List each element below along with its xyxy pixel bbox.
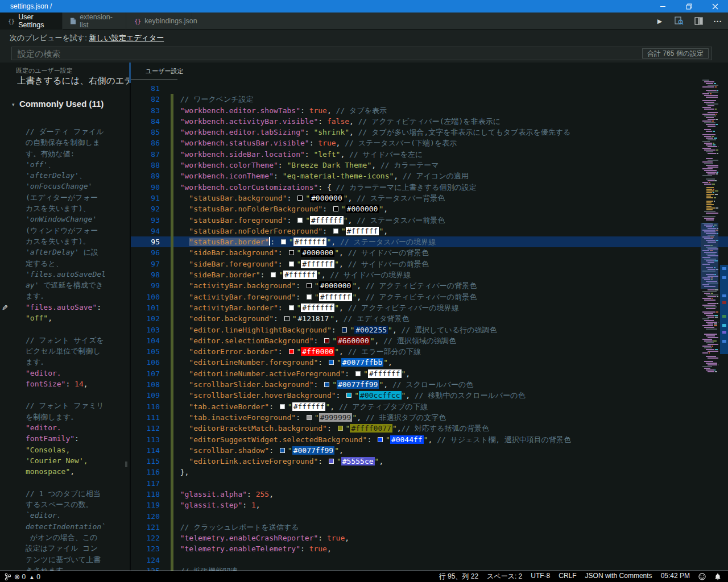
line-number[interactable]: 104: [131, 335, 160, 346]
default-setting-line[interactable]: // 1 つのタブに相当: [26, 488, 130, 499]
code-line[interactable]: 113 "editorSuggestWidget.selectedBackgro…: [131, 434, 728, 445]
color-swatch[interactable]: [307, 283, 312, 288]
default-setting-line[interactable]: (エディターがフォー: [26, 192, 130, 203]
default-setting-line[interactable]: // フォント ファミリ: [26, 400, 130, 411]
color-swatch[interactable]: [338, 426, 343, 431]
color-swatch[interactable]: [280, 404, 285, 409]
line-number[interactable]: 94: [131, 226, 160, 236]
code-line[interactable]: 81: [131, 83, 728, 94]
code-line[interactable]: 85 "workbench.editor.tabSizing": "shrink…: [131, 127, 728, 138]
code-line[interactable]: 116 },: [131, 467, 728, 477]
code-line[interactable]: 120: [131, 511, 728, 522]
default-setting-line[interactable]: ます。: [26, 290, 130, 301]
line-number[interactable]: 107: [131, 368, 160, 379]
default-setting-line[interactable]: "Consolas,: [26, 444, 130, 455]
status-item[interactable]: JSON with Comments: [585, 572, 652, 581]
errors-indicator[interactable]: ⊗ 0: [14, 573, 26, 581]
code-line[interactable]: 124: [131, 555, 728, 566]
default-setting-line[interactable]: // フォント サイズを: [26, 335, 130, 346]
line-number[interactable]: 86: [131, 138, 160, 148]
minimize-button[interactable]: [650, 0, 676, 13]
default-setting-line[interactable]: [26, 477, 130, 488]
code-line[interactable]: 82 // ワークベンチ設定: [131, 94, 728, 105]
line-number[interactable]: 101: [131, 302, 160, 313]
color-swatch[interactable]: [355, 371, 361, 376]
line-number[interactable]: 85: [131, 127, 160, 138]
default-setting-line[interactable]: // ダーティ ファイル: [26, 126, 130, 137]
tab-keybindings[interactable]: {} keybindings.json: [126, 13, 192, 30]
code-line[interactable]: 118 "glassit.alpha": 255,: [131, 489, 728, 500]
default-setting-line[interactable]: テンツに基づいて上書: [26, 554, 130, 565]
line-number[interactable]: 105: [131, 346, 160, 357]
section-twistie-icon[interactable]: ▾: [12, 102, 15, 107]
code-line[interactable]: 86 "workbench.statusBar.visible": true, …: [131, 138, 728, 148]
code-line[interactable]: 97 "sideBar.foreground": "#ffffff", // サ…: [131, 259, 728, 269]
code-line[interactable]: 89 "workbench.iconTheme": "eq-material-t…: [131, 171, 728, 181]
line-number[interactable]: 90: [131, 182, 160, 193]
line-number[interactable]: 89: [131, 171, 160, 181]
default-setting-line[interactable]: きされます: [26, 565, 130, 571]
line-number[interactable]: 97: [131, 259, 160, 269]
line-number[interactable]: 106: [131, 357, 160, 368]
split-editor-button[interactable]: [693, 15, 704, 27]
code-line[interactable]: 92 "statusBar.noFolderBackground": "#000…: [131, 203, 728, 214]
line-number[interactable]: 83: [131, 105, 160, 116]
color-swatch[interactable]: [297, 196, 303, 201]
code-line[interactable]: 95 "statusBar.border": "#ffffff", // ステー…: [131, 236, 728, 247]
default-setting-line[interactable]: [26, 389, 130, 400]
color-swatch[interactable]: [280, 448, 285, 453]
line-number[interactable]: 91: [131, 193, 160, 203]
code-line[interactable]: 122 "telemetry.enableCrashReporter": tru…: [131, 533, 728, 543]
line-number[interactable]: 120: [131, 511, 160, 522]
open-preview-button[interactable]: [673, 15, 685, 27]
color-swatch[interactable]: [324, 338, 329, 343]
code-line[interactable]: 83 "workbench.editor.showTabs": true, //…: [131, 105, 728, 116]
color-swatch[interactable]: [378, 437, 383, 442]
code-line[interactable]: 114 "scrollbar.shadow": "#0077ff99",: [131, 445, 728, 456]
code-line[interactable]: 91 "statusBar.background": "#000000", //…: [131, 193, 728, 203]
default-setting-line[interactable]: ます。: [26, 356, 130, 367]
commonly-used-section-header[interactable]: Commonly Used (11): [19, 99, 104, 109]
default-setting-line[interactable]: "editor.: [26, 368, 130, 379]
code-line[interactable]: 88 "workbench.colorTheme": "Breeze Dark …: [131, 160, 728, 171]
line-number[interactable]: 87: [131, 149, 160, 160]
code-line[interactable]: 104 "editor.selectionBackground": "#6600…: [131, 335, 728, 346]
color-swatch[interactable]: [289, 349, 294, 354]
tab-extension-list[interactable]: extension-list: [63, 13, 126, 30]
default-setting-line[interactable]: "editor.: [26, 422, 130, 433]
code-line[interactable]: 87 "workbench.sideBar.location": "left",…: [131, 149, 728, 160]
color-swatch[interactable]: [289, 250, 294, 255]
line-number[interactable]: 100: [131, 292, 160, 302]
default-setting-line[interactable]: 'onWindowChange': [26, 214, 130, 225]
default-setting-line[interactable]: detectIndentation`: [26, 521, 130, 532]
edit-pencil-icon[interactable]: ✎: [2, 304, 8, 312]
default-setting-line[interactable]: の自動保存を制御しま: [26, 137, 130, 148]
default-setting-line[interactable]: 'files.autoSaveDel: [26, 269, 130, 280]
line-number[interactable]: 109: [131, 390, 160, 401]
code-line[interactable]: 98 "sideBar.border": "#ffffff", // サイドバー…: [131, 269, 728, 280]
code-editor[interactable]: 8182 // ワークベンチ設定83 "workbench.editor.sho…: [131, 83, 728, 576]
code-line[interactable]: 102 "editor.background": "#121817", // エ…: [131, 313, 728, 324]
default-setting-line[interactable]: ピクセル単位で制御し: [26, 346, 130, 356]
default-setting-line[interactable]: 'Courier New',: [26, 455, 130, 466]
code-line[interactable]: 84 "workbench.activityBar.visible": fals…: [131, 116, 728, 127]
default-setting-line[interactable]: fontSize": 14,: [26, 379, 130, 389]
color-swatch[interactable]: [289, 261, 294, 267]
line-number[interactable]: 92: [131, 203, 160, 214]
color-swatch[interactable]: [346, 393, 351, 398]
color-swatch[interactable]: [329, 360, 334, 365]
default-setting-line[interactable]: がオンの場合、この: [26, 532, 130, 543]
line-number[interactable]: 88: [131, 160, 160, 171]
line-number[interactable]: 103: [131, 325, 160, 335]
color-swatch[interactable]: [333, 206, 338, 211]
code-line[interactable]: 99 "activityBar.background": "#000000", …: [131, 280, 728, 291]
run-button[interactable]: ▶: [654, 15, 665, 27]
code-line[interactable]: 93 "statusBar.foreground": "#ffffff", //…: [131, 215, 728, 226]
line-number[interactable]: 98: [131, 269, 160, 280]
line-number[interactable]: 84: [131, 116, 160, 127]
default-setting-line[interactable]: カスを失います)。: [26, 236, 130, 247]
default-setting-line[interactable]: 設定はファイル コン: [26, 543, 130, 554]
close-button[interactable]: [702, 0, 728, 13]
line-number[interactable]: 121: [131, 522, 160, 533]
code-line[interactable]: 96 "sideBar.background": "#000000", // サ…: [131, 247, 728, 258]
